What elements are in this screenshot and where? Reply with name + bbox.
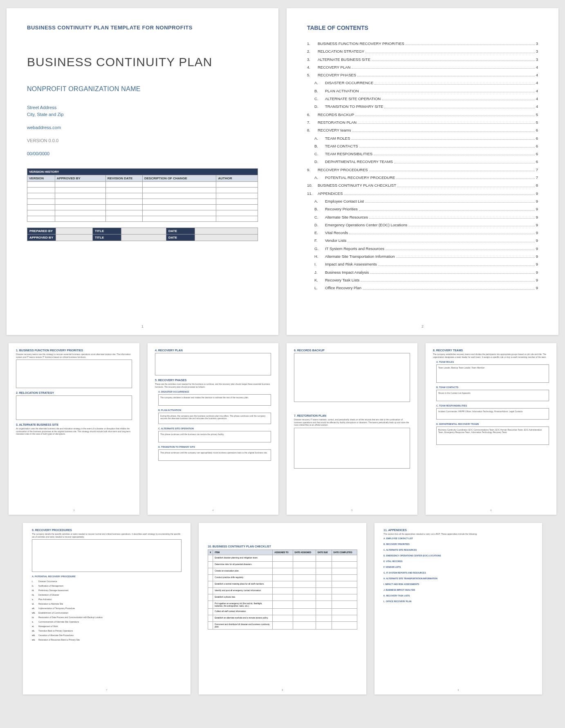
appendix-item: E. VITAL RECORDS	[383, 560, 533, 563]
toc-entry: L.Office Recovery Plan9	[307, 285, 538, 290]
toc-entry: A.DISASTER OCCURRENCE4	[307, 80, 538, 85]
toc-entry: C.Alternate Site Resources9	[307, 214, 538, 220]
version: VERSION 0.0.0	[27, 138, 258, 143]
text-box	[16, 395, 132, 420]
toc-entry: 6.RECORDS BACKUP5	[307, 112, 538, 117]
checklist-row: Conduct practice drills regularly.	[208, 575, 357, 581]
text-box	[294, 353, 410, 402]
toc-entry: G.IT System Reports and Resources9	[307, 246, 538, 251]
document-title: BUSINESS CONTINUITY PLAN	[27, 55, 258, 69]
toc-entry: D.TRANSITION TO PRIMARY SITE4	[307, 104, 538, 109]
toc-entry: B.PLAN ACTIVATION4	[307, 88, 538, 94]
procedure-item: x.Commencement of Alternate Site Operati…	[32, 621, 182, 623]
page-cover: BUSINESS CONTINUITY PLAN TEMPLATE FOR NO…	[7, 8, 278, 335]
prepared-approved-table: PREPARED BY TITLE DATE APPROVED BY TITLE…	[27, 228, 258, 241]
procedure-item: xii.Transition Back to Primary Operation…	[32, 630, 182, 632]
toc-entry: B.TEAM CONTACTS6	[307, 143, 538, 149]
procedure-item: v.Plan Activation	[32, 598, 182, 601]
appendix-item: K. RECOVERY TASK LISTS	[383, 594, 533, 597]
version-history-table: VERSION HISTORY VERSION APPROVED BY REVI…	[27, 168, 258, 222]
toc-entry: D.Emergency Operations Center (EOC) Loca…	[307, 222, 538, 228]
page-number: 1	[141, 324, 143, 328]
toc-entry: 7.RESTORATION PLAN5	[307, 120, 538, 125]
template-title: BUSINESS CONTINUITY PLAN TEMPLATE FOR NO…	[27, 25, 258, 31]
page-3: 1. BUSINESS FUNCTION RECOVERY PRIORITIES…	[9, 343, 139, 515]
toc-entry: 4.RECOVERY PLAN4	[307, 65, 538, 70]
checklist-table: XITEMASSIGNED TODATE ASSIGNEDDATE DUEDAT…	[208, 549, 357, 630]
street-address: Street Address	[27, 104, 258, 111]
procedure-item: ix.Restoration of Data Process and Commu…	[32, 616, 182, 619]
page-5: 6. RECORDS BACKUP 7. RESTORATION PLAN Di…	[287, 343, 417, 515]
checklist-row: Determine risks for all potential disast…	[208, 562, 357, 568]
toc-entry: 11.APPENDICES9	[307, 191, 538, 196]
text-box	[294, 428, 410, 469]
procedure-item: vii.Implementation of Temporary Procedur…	[32, 607, 182, 610]
page-8: 10. BUSINESS CONTINUITY PLAN CHECKLIST X…	[199, 523, 366, 695]
text-box	[155, 353, 271, 375]
city-state-zip: City, State and Zip	[27, 111, 258, 118]
text-box	[32, 539, 182, 572]
checklist-row: Put together an emergency kit (first aid…	[208, 601, 357, 609]
toc-entry: J.Business Impact Analysis9	[307, 270, 538, 275]
appendix-item: H. ALTERNATE SITE TRANSPORTATION INFORMA…	[383, 577, 533, 580]
checklist-row: Establish a phone tree.	[208, 594, 357, 601]
procedure-item: vi.Relocation to Alternate Site	[32, 603, 182, 605]
appendix-item: G. IT SYSTEM REPORTS AND RESOURCES	[383, 572, 533, 574]
appendix-item: B. RECOVERY PRIORITIES	[383, 543, 533, 545]
checklist-row: Establish an alternate worksite and a re…	[208, 615, 357, 622]
procedure-list: i.Disaster Occurrenceii.Notification of …	[32, 580, 182, 641]
date: 00/00/0000	[27, 151, 258, 156]
appendix-item: J. BUSINESS IMPACT ANALYSIS	[383, 589, 533, 591]
procedure-item: xi.Management of Work	[32, 625, 182, 628]
org-name: NONPROFIT ORGANIZATION NAME	[27, 85, 258, 93]
toc-entry: 10.BUSINESS CONTINUITY PLAN CHECKLIST8	[307, 183, 538, 188]
procedure-item: xiv.Relocation of Resources Back to Prim…	[32, 639, 182, 641]
appendix-item: L. OFFICE RECOVERY PLAN	[383, 600, 533, 603]
toc-entry: C.ALTERNATE SITE OPERATION4	[307, 96, 538, 101]
toc-entry: E.Vital Records9	[307, 230, 538, 235]
toc-entry: 9.RECOVERY PROCEDURES7	[307, 167, 538, 172]
version-history-title: VERSION HISTORY	[27, 169, 258, 175]
appendix-list: A. EMPLOYEE CONTACT LISTB. RECOVERY PRIO…	[383, 537, 533, 603]
toc-entry: 8.RECOVERY teams6	[307, 127, 538, 133]
appendix-item: C. ALTERNATE SITE RESOURCES	[383, 549, 533, 551]
procedure-item: ii.Notification of Management	[32, 585, 182, 587]
toc-entry: I.Impact and Risk Assessments9	[307, 261, 538, 267]
page-toc: TABLE OF CONTENTS 1.BUSINESS FUNCTION RE…	[287, 8, 558, 335]
toc-entry: K.Recovery Task Lists9	[307, 277, 538, 283]
appendix-item: A. EMPLOYEE CONTACT LIST	[383, 537, 533, 540]
appendix-item: D. EMERGENCY OPERATIONS CENTER (EOC) LOC…	[383, 554, 533, 557]
checklist-row: Collect all staff contact information.	[208, 609, 357, 615]
appendix-item: I. IMPACT AND RISK ASSESSMENTS	[383, 583, 533, 585]
page-6: 8. RECOVERY TEAMS The company establishe…	[426, 343, 556, 515]
checklist-row: Create an evacuation plan.	[208, 568, 357, 575]
toc-entry: 1.BUSINESS FUNCTION RECOVERY PRIORITIES3	[307, 41, 538, 46]
text-box	[16, 360, 132, 388]
procedure-item: iii.Preliminary Damage Assessment	[32, 589, 182, 592]
page-4: 4. RECOVERY PLAN 5. RECOVERY PHASES Thes…	[148, 343, 278, 515]
page-7: 9. RECOVERY PROCEDURES The company detai…	[23, 523, 191, 695]
toc-entry: A.POTENTIAL RECOVERY PROCEDURE7	[307, 175, 538, 180]
checklist-row: Document and distribute full disaster an…	[208, 622, 357, 630]
page-9: 11. APPENDICES This section lists all th…	[374, 523, 542, 695]
toc-entry: 3.ALTERNATE BUSINESS SITE3	[307, 57, 538, 62]
toc-entry: A.Employee Contact List9	[307, 199, 538, 204]
toc-entry: C.TEAM RESPONSIBILITIES6	[307, 151, 538, 156]
toc-title: TABLE OF CONTENTS	[307, 25, 538, 31]
toc-entry: A.TEAM ROLES6	[307, 136, 538, 141]
toc-entry: 2.RELOCATION STRATEGY3	[307, 49, 538, 54]
checklist-row: Identify and post all emergency contact …	[208, 588, 357, 594]
procedure-item: iv.Declaration of Disaster	[32, 594, 182, 596]
procedure-item: xiii.Cessation of Alternate Site Procedu…	[32, 634, 182, 636]
toc-entry: H.Alternate Site Transportation Informat…	[307, 254, 538, 259]
web-address: webaddress.com	[27, 125, 258, 130]
toc-entry: B.Recovery Priorities9	[307, 206, 538, 212]
toc-list: 1.BUSINESS FUNCTION RECOVERY PRIORITIES3…	[307, 41, 538, 291]
checklist-row: Establish disaster planning and mitigati…	[208, 555, 357, 562]
procedure-item: i.Disaster Occurrence	[32, 580, 182, 583]
toc-entry: D.DEPARTMENTAL RECOVERY TEAMS6	[307, 159, 538, 164]
procedure-item: viii.Establishment of Communication	[32, 612, 182, 614]
toc-entry: F.Vendor Lists9	[307, 238, 538, 243]
page-number: 2	[422, 324, 424, 328]
appendix-item: F. VENDOR LISTS	[383, 566, 533, 568]
